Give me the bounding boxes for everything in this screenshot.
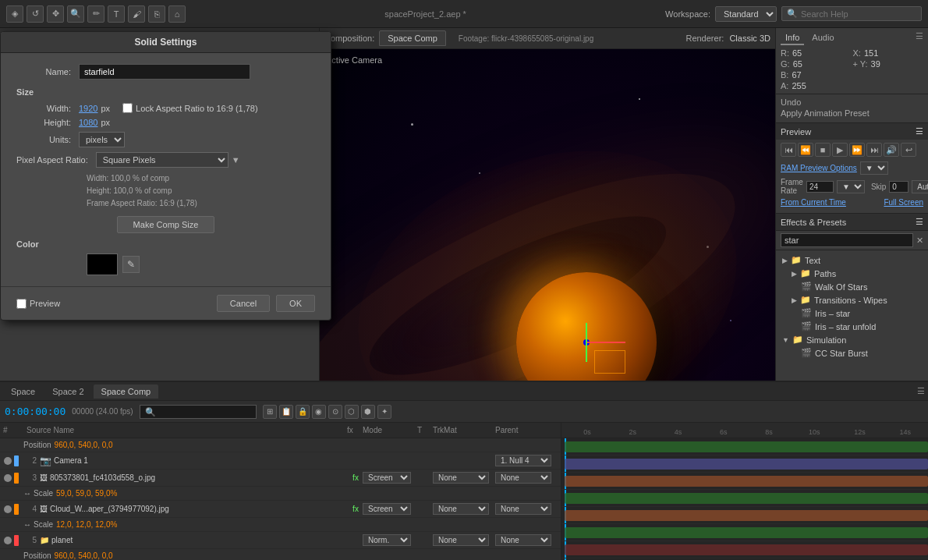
- tl-shy-btn[interactable]: ⊙: [328, 405, 342, 419]
- timeline-tab-space2[interactable]: Space 2: [44, 385, 91, 399]
- panel-menu-icon[interactable]: ☰: [916, 31, 923, 45]
- tree-item-iris-star-unfold[interactable]: 🎬 Iris – star unfold: [776, 320, 928, 333]
- preview-checkbox-row: Preview: [16, 299, 60, 309]
- layer-vis-4[interactable]: [3, 505, 12, 514]
- tl-draft-btn[interactable]: ⬢: [361, 405, 375, 419]
- tool-search[interactable]: 🔍: [67, 5, 84, 23]
- full-screen-link[interactable]: Full Screen: [884, 198, 923, 207]
- tree-item-cc-star-burst[interactable]: 🎬 CC Star Burst: [776, 346, 928, 360]
- prev-first-btn[interactable]: ⏮: [781, 143, 796, 157]
- layer-row-4[interactable]: 4 🖼 Cloud_W...aper_(3794977092).jpg fx S…: [0, 501, 561, 518]
- comp-tab-spacecomp[interactable]: Space Comp: [379, 30, 446, 46]
- tree-item-text[interactable]: ▶ 📁 Text: [776, 253, 928, 267]
- frame-rate-input[interactable]: [806, 181, 834, 193]
- eyedropper-button[interactable]: ✎: [122, 256, 140, 273]
- tree-item-simulation[interactable]: ▼ 📁 Simulation: [776, 333, 928, 346]
- col-num-header: #: [3, 426, 27, 434]
- mode-select-planet[interactable]: Norm.: [363, 534, 411, 546]
- preview-header[interactable]: Preview ☰: [776, 123, 928, 140]
- tl-effects-btn[interactable]: ✦: [377, 405, 391, 419]
- prev-audio-btn[interactable]: 🔊: [884, 143, 899, 157]
- tree-item-iris-star[interactable]: 🎬 Iris – star: [776, 307, 928, 320]
- prev-last-btn[interactable]: ⏭: [866, 143, 882, 157]
- preview-controls: ⏮ ⏪ ■ ▶ ⏩ ⏭ 🔊 ↩: [776, 140, 928, 160]
- search-help-input[interactable]: [801, 9, 916, 19]
- eye-icon-planet[interactable]: [4, 537, 12, 544]
- current-time-display[interactable]: 0:00:00:00: [5, 406, 66, 417]
- ram-preview-select[interactable]: ▼: [860, 161, 888, 175]
- tl-3d-btn[interactable]: ⬡: [345, 405, 359, 419]
- trkmat-select-3[interactable]: None: [433, 472, 489, 484]
- eye-icon-4[interactable]: [4, 505, 12, 513]
- preview-checkbox[interactable]: [16, 299, 27, 309]
- tool-clone[interactable]: ⎘: [148, 5, 165, 23]
- prev-back-btn[interactable]: ⏪: [798, 143, 813, 157]
- prev-fwd-btn[interactable]: ⏩: [849, 143, 865, 157]
- tl-solo-btn[interactable]: ◉: [312, 405, 326, 419]
- color-swatch[interactable]: [87, 253, 118, 275]
- tool-pan[interactable]: ✥: [47, 5, 64, 23]
- width-value[interactable]: 1920: [79, 104, 97, 113]
- resolution-select[interactable]: Auto: [912, 180, 928, 193]
- mode-select-3[interactable]: Screen: [363, 472, 411, 484]
- make-comp-size-button[interactable]: Make Comp Size: [117, 216, 215, 233]
- cancel-button[interactable]: Cancel: [217, 295, 270, 312]
- info-tab[interactable]: Info: [781, 31, 804, 45]
- timeline-tab-spacecomp[interactable]: Space Comp: [94, 385, 159, 399]
- layer-row-planet[interactable]: 5 📁 planet Norm. None None: [0, 532, 561, 549]
- tool-text[interactable]: T: [108, 5, 125, 23]
- skip-input[interactable]: [889, 181, 909, 193]
- layer-vis-planet[interactable]: [3, 536, 12, 545]
- apply-preset-link[interactable]: Apply Animation Preset: [781, 108, 923, 118]
- lock-aspect-checkbox[interactable]: [122, 103, 133, 113]
- undo-link[interactable]: Undo: [781, 97, 923, 107]
- track-fill-camera: [565, 459, 928, 470]
- tree-item-transitions[interactable]: ▶ 📁 Transitions - Wipes: [776, 293, 928, 307]
- bottom-panel: Space Space 2 Space Comp ☰ 0:00:00:00 00…: [0, 381, 928, 560]
- timeline-menu-icon[interactable]: ☰: [917, 386, 925, 396]
- eye-icon-3[interactable]: [4, 474, 12, 482]
- tool-rotate[interactable]: ↺: [27, 5, 44, 23]
- tree-item-paths[interactable]: ▶ 📁 Paths: [776, 267, 928, 280]
- tool-pen[interactable]: ✏: [87, 5, 104, 23]
- tl-lock-btn[interactable]: 🔒: [296, 405, 310, 419]
- par-chevron-icon[interactable]: ▼: [232, 155, 240, 165]
- prev-stop-btn[interactable]: ■: [815, 143, 831, 157]
- units-dropdown[interactable]: pixels: [79, 132, 125, 147]
- layer-row-3[interactable]: 3 🖼 805373801_fc4103d558_o.jpg fx Screen…: [0, 470, 561, 487]
- parent-select-planet[interactable]: None: [495, 534, 551, 546]
- scale-sub-value-4: 12,0, 12,0, 12,0%: [56, 520, 117, 529]
- height-value[interactable]: 1080: [79, 118, 97, 127]
- workspace-dropdown[interactable]: Standard: [715, 6, 777, 22]
- tool-brush[interactable]: 🖌: [128, 5, 145, 23]
- trkmat-select-4[interactable]: None: [433, 503, 489, 515]
- name-input[interactable]: [79, 64, 250, 80]
- timeline-tab-space[interactable]: Space: [3, 385, 43, 399]
- timeline-search-input[interactable]: [140, 405, 257, 419]
- tl-comp-btn[interactable]: 📋: [279, 405, 293, 419]
- par-dropdown[interactable]: Square Pixels: [96, 152, 228, 168]
- ok-button[interactable]: OK: [276, 295, 315, 312]
- mode-select-4[interactable]: Screen: [363, 503, 411, 515]
- trkmat-select-planet[interactable]: None: [433, 534, 489, 546]
- layer-row-camera[interactable]: 2 📷 Camera 1 1. Null 4: [0, 452, 561, 470]
- frame-rate-select[interactable]: ▼: [837, 180, 865, 193]
- prev-play-btn[interactable]: ▶: [832, 143, 848, 157]
- effects-menu-icon[interactable]: ☰: [916, 217, 923, 227]
- parent-select-4[interactable]: None: [495, 503, 551, 515]
- tl-select-btn[interactable]: ⊞: [263, 405, 277, 419]
- audio-tab[interactable]: Audio: [807, 31, 838, 45]
- effects-search-clear[interactable]: ✕: [916, 236, 923, 246]
- info-g: G: 65: [781, 59, 852, 69]
- parent-select-camera[interactable]: 1. Null 4: [495, 455, 551, 466]
- tree-item-walk-of-stars[interactable]: 🎬 Walk Of Stars: [776, 280, 928, 293]
- tool-puppet[interactable]: ⌂: [168, 5, 186, 23]
- eye-icon-camera[interactable]: [4, 457, 12, 465]
- tool-select[interactable]: ◈: [6, 5, 23, 23]
- parent-select-3[interactable]: None: [495, 472, 551, 484]
- from-current-link[interactable]: From Current Time: [781, 198, 846, 207]
- effects-search-input[interactable]: [781, 233, 913, 247]
- prev-loop-btn[interactable]: ↩: [901, 143, 916, 157]
- layer-vis-camera[interactable]: [3, 456, 12, 466]
- layer-vis-3[interactable]: [3, 473, 12, 483]
